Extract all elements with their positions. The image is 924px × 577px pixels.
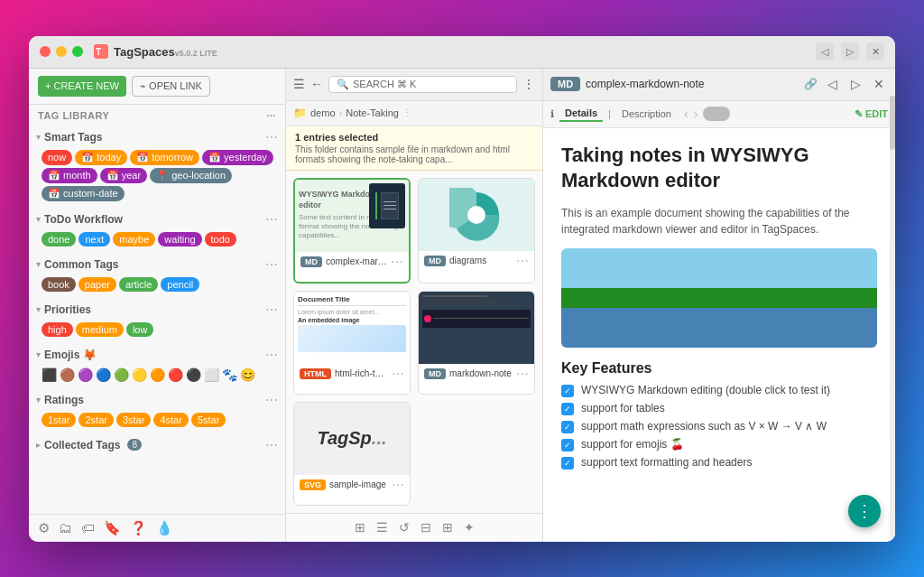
tag-book[interactable]: book [42,277,76,292]
smart-tags-header[interactable]: ▾ Smart Tags ⋯ [29,126,285,148]
window-next-btn[interactable]: ▷ [841,42,859,60]
settings-icon[interactable]: ⚙ [38,520,50,536]
collected-tags-header[interactable]: ▸ Collected Tags 8 ⋯ [29,434,285,456]
minimize-button[interactable] [56,46,67,57]
create-new-button[interactable]: + CREATE NEW [38,76,126,97]
fab-button[interactable]: ⋮ [848,495,881,527]
menu-icon[interactable]: ☰ [293,77,305,91]
close-preview-icon[interactable]: ✕ [870,75,888,93]
window-close-btn[interactable]: ✕ [866,42,884,60]
emoji-tag-4[interactable]: 🔵 [96,368,111,382]
open-link-button[interactable]: ⌁ OPEN LINK [132,76,210,97]
todo-workflow-header[interactable]: ▾ ToDo Workflow ⋯ [29,209,285,230]
nav-next-icon[interactable]: › [694,107,698,121]
tag-waiting[interactable]: waiting [158,232,201,247]
tag-paper[interactable]: paper [79,277,116,292]
file-more-5[interactable]: ⋯ [392,478,404,492]
window-prev-btn[interactable]: ◁ [816,42,834,60]
tag-next[interactable]: next [79,232,110,247]
ratings-more-icon[interactable]: ⋯ [265,393,278,407]
more-icon[interactable]: ⋮ [522,77,535,91]
options-icon[interactable]: ✦ [464,520,475,535]
columns-icon[interactable]: ⊞ [442,520,453,535]
emoji-tag-1[interactable]: ⬛ [42,368,57,382]
layout-icon[interactable]: ⊟ [420,520,431,535]
file-more-3[interactable]: ⋯ [392,367,404,381]
emoji-tag-3[interactable]: 🟣 [78,368,93,382]
tag-todo[interactable]: todo [205,232,236,247]
emoji-tag-9[interactable]: ⚫ [186,368,201,382]
tag-maybe[interactable]: maybe [113,232,155,247]
common-tags-more-icon[interactable]: ⋯ [265,257,278,272]
prev-action-icon[interactable]: ◁ [823,75,841,93]
folder-open-icon[interactable]: 🗂 [59,520,72,535]
file-more-4[interactable]: ⋯ [516,367,529,381]
toggle-switch[interactable] [703,107,730,121]
emoji-tag-7[interactable]: 🟠 [150,368,165,382]
priorities-more-icon[interactable]: ⋯ [265,302,278,317]
emoji-tag-8[interactable]: 🔴 [168,368,183,382]
scrollbar[interactable] [890,69,895,542]
smart-tags-more-icon[interactable]: ⋯ [265,130,278,144]
emojis-more-icon[interactable]: ⋯ [265,348,278,362]
tab-details[interactable]: Details [559,106,603,122]
tag-done[interactable]: done [42,232,76,247]
list-view-icon[interactable]: ☰ [376,520,388,535]
file-more-2[interactable]: ⋯ [516,254,529,268]
selection-desc: This folder contains sample file in mark… [295,144,533,164]
search-button[interactable]: 🔍 SEARCH ⌘ K [328,76,517,93]
emoji-tag-5[interactable]: 🟢 [114,368,129,382]
next-action-icon[interactable]: ▷ [846,75,864,93]
tag-year[interactable]: 📅 year [100,168,147,183]
tag-3star[interactable]: 3star [116,413,151,427]
emoji-tag-2[interactable]: 🟤 [60,368,75,382]
maximize-button[interactable] [72,46,83,57]
file-card-sample-image[interactable]: TagSp... SVG sample-image ⋯ [293,402,411,506]
emoji-tag-10[interactable]: ⬜ [204,368,219,382]
tag-pencil[interactable]: pencil [161,277,199,292]
close-button[interactable] [40,46,51,57]
tag-today[interactable]: 📅 today [75,150,127,165]
help-icon[interactable]: ❓ [130,520,147,536]
rotate-icon[interactable]: ↺ [399,520,410,535]
ratings-header[interactable]: ▾ Ratings ⋯ [29,389,285,411]
emoji-tag-11[interactable]: 🐾 [222,368,237,382]
tag-month[interactable]: 📅 month [42,168,97,183]
tag-4star[interactable]: 4star [153,413,188,427]
back-icon[interactable]: ← [310,77,323,91]
tag-low[interactable]: low [126,322,154,337]
priorities-header[interactable]: ▾ Priorities ⋯ [29,299,285,321]
emoji-tag-12[interactable]: 😊 [240,368,255,382]
file-card-diagrams[interactable]: MD diagrams ⋯ [418,178,535,284]
tag-library-more-icon[interactable]: ··· [266,110,276,121]
tag-geo-location[interactable]: 📍 geo-location [150,168,232,183]
breadcrumb-location[interactable]: demo [310,107,336,118]
tag-tomorrow[interactable]: 📅 tomorrow [130,150,199,165]
tag-yesterday[interactable]: 📅 yesterday [202,150,273,165]
tag-custom-date[interactable]: 📅 custom-date [42,186,125,201]
tag-2star[interactable]: 2star [79,413,113,427]
collected-more-icon[interactable]: ⋯ [265,438,278,452]
tag-article[interactable]: article [119,277,158,292]
bookmark-icon[interactable]: 🔖 [104,520,121,536]
tag-high[interactable]: high [42,322,73,337]
tab-description[interactable]: Description [616,107,677,121]
tag-1star[interactable]: 1star [42,413,76,427]
tag-medium[interactable]: medium [76,322,124,337]
tag-5star[interactable]: 5star [191,413,226,427]
file-card-html[interactable]: Document Title Lorem ipsum dolor sit ame… [293,291,411,395]
tag-now[interactable]: now [42,150,72,165]
nav-prev-icon[interactable]: ‹ [684,107,688,121]
emojis-header[interactable]: ▾ Emojis 🦊 ⋯ [29,344,285,366]
breadcrumb-folder[interactable]: Note-Taking [346,107,399,118]
edit-button[interactable]: ✎ EDIT [855,108,888,120]
tag-icon[interactable]: 🏷 [81,520,95,535]
file-card-markdown-note[interactable]: MD markdown-note ⋯ [418,291,535,395]
file-card-complex-markdown[interactable]: WYSIWYG Markdown editor Some text conten… [293,178,411,284]
emoji-tag-6[interactable]: 🟡 [132,368,147,382]
grid-view-icon[interactable]: ⊞ [355,520,365,535]
common-tags-header[interactable]: ▾ Common Tags ⋯ [29,254,285,275]
file-more-1[interactable]: ⋯ [391,255,403,269]
color-icon[interactable]: 💧 [156,520,173,536]
todo-more-icon[interactable]: ⋯ [265,212,278,227]
